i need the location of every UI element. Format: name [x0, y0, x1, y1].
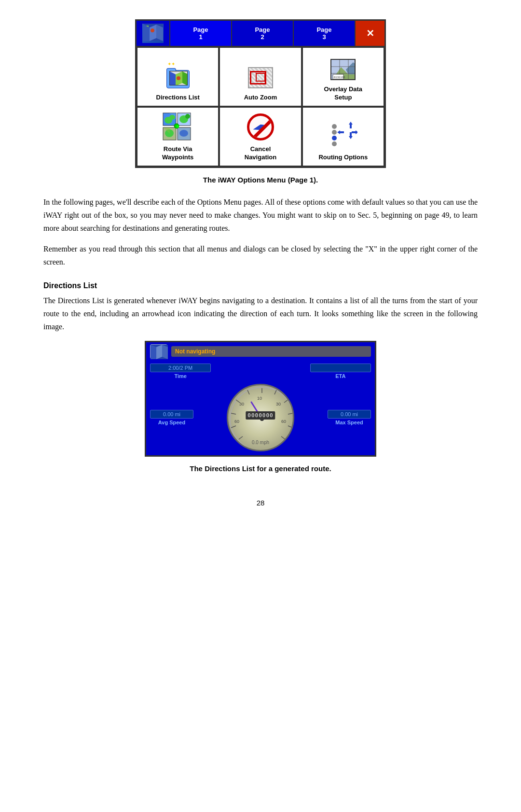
svg-point-34 [176, 125, 179, 128]
svg-marker-48 [151, 345, 156, 359]
auto-zoom-icon [245, 60, 276, 91]
menu-cell-overlay-data-setup[interactable]: 6131106 Overlay Data Setup [302, 47, 384, 107]
close-icon: ✕ [366, 28, 374, 39]
directions-top-bar: Not navigating [146, 342, 375, 361]
map-icon-svg [143, 24, 163, 41]
svg-marker-39 [349, 122, 353, 125]
body-paragraph-1: In the following pages, we'll describe e… [43, 196, 478, 235]
menu-cell-routing-options[interactable]: Routing Options [302, 107, 384, 167]
map-icon [142, 24, 164, 43]
menu-grid: ✦✦ Directions List Auto Zoom [137, 47, 384, 167]
svg-text:6131106: 6131106 [334, 76, 345, 79]
options-menu-image: Page 1 Page 2 Page 3 ✕ [135, 19, 386, 168]
svg-point-27 [185, 114, 190, 119]
avg-speed-value: 0.00 mi [150, 410, 193, 419]
svg-rect-40 [350, 125, 352, 128]
svg-line-60 [231, 413, 236, 414]
svg-marker-9 [182, 71, 188, 85]
svg-point-10 [177, 76, 180, 80]
tab-page-2-label: Page 2 [255, 26, 270, 41]
directions-list-label: Directions List [156, 94, 200, 102]
svg-point-36 [332, 130, 337, 135]
eta-box: ETA [310, 364, 371, 379]
tab-page-1[interactable]: Page 1 [170, 21, 232, 46]
svg-line-58 [247, 390, 249, 394]
menu-cell-directions-list[interactable]: ✦✦ Directions List [137, 47, 219, 107]
speedometer-row: 0.00 mi Avg Speed [146, 382, 375, 455]
svg-line-57 [281, 436, 285, 439]
svg-line-55 [288, 413, 293, 414]
avg-speed-label: Avg Speed [150, 420, 193, 425]
tab-page-3-label: Page 3 [316, 26, 331, 41]
tab-page-3[interactable]: Page 3 [294, 21, 356, 46]
svg-marker-49 [156, 345, 162, 359]
cancel-navigation-label: Cancel Navigation [245, 145, 276, 162]
directions-status-bar: Not navigating [171, 346, 371, 357]
max-speed-box: 0.00 mi Max Speed [328, 410, 371, 425]
svg-line-53 [274, 390, 276, 394]
svg-line-56 [288, 426, 293, 428]
svg-text:60: 60 [281, 419, 286, 424]
svg-point-38 [332, 141, 337, 146]
menu-cell-auto-zoom[interactable]: Auto Zoom [219, 47, 302, 107]
page-content: Page 1 Page 2 Page 3 ✕ [43, 19, 478, 507]
page-number: 28 [43, 499, 478, 507]
svg-text:60: 60 [234, 419, 239, 424]
max-speed-label: Max Speed [328, 420, 371, 425]
directions-list-icon: ✦✦ [163, 60, 193, 91]
menu-cell-cancel-navigation[interactable]: Cancel Navigation [219, 107, 302, 167]
svg-line-62 [239, 436, 243, 439]
eta-label: ETA [310, 373, 371, 379]
svg-text:30: 30 [276, 402, 281, 406]
directions-data-row: 2:00/2 PM Time ETA [146, 361, 375, 382]
svg-marker-45 [356, 130, 357, 134]
svg-rect-46 [352, 131, 356, 133]
menu-tabs-row: Page 1 Page 2 Page 3 ✕ [137, 21, 384, 47]
tab-page-2[interactable]: Page 2 [232, 21, 294, 46]
overlay-data-setup-icon: 6131106 [328, 52, 358, 83]
directions-logo [150, 344, 167, 359]
auto-zoom-label: Auto Zoom [244, 94, 277, 102]
svg-text:10: 10 [257, 396, 262, 401]
speedo-circle: 10 30 30 60 60 0000000 0.0 mph [227, 384, 294, 451]
svg-marker-7 [170, 71, 176, 85]
svg-marker-41 [349, 136, 353, 139]
overlay-data-setup-label: Overlay Data Setup [324, 85, 363, 102]
tab-map-icon[interactable] [137, 21, 170, 46]
time-box: 2:00/2 PM Time [150, 364, 211, 379]
svg-point-24 [169, 115, 175, 120]
speedometer: 10 30 30 60 60 0000000 0.0 mph [197, 384, 324, 451]
svg-line-54 [284, 400, 288, 403]
svg-point-37 [332, 136, 337, 140]
tab-page-1-label: Page 1 [193, 26, 208, 41]
cancel-navigation-icon [245, 112, 276, 142]
svg-point-35 [332, 124, 337, 129]
time-label: Time [150, 373, 211, 379]
directions-list-image: Not navigating 2:00/2 PM Time ETA 0.00 m… [145, 341, 376, 457]
svg-point-32 [179, 130, 188, 137]
directions-list-caption: The Directions List for a generated rout… [190, 464, 331, 473]
routing-options-label: Routing Options [318, 154, 368, 162]
svg-marker-2 [150, 25, 156, 41]
time-value: 2:00/2 PM [150, 364, 211, 372]
menu-caption: The iWAY Options Menu (Page 1). [203, 176, 318, 184]
mph-label: 0.0 mph [252, 440, 269, 445]
avg-speed-box: 0.00 mi Avg Speed [150, 410, 193, 425]
max-speed-value: 0.00 mi [328, 410, 371, 419]
eta-value [310, 364, 371, 372]
svg-marker-50 [162, 345, 168, 359]
svg-rect-44 [340, 131, 344, 133]
svg-marker-3 [156, 25, 163, 41]
tab-close[interactable]: ✕ [356, 21, 384, 46]
svg-rect-42 [350, 132, 352, 136]
odometer: 0000000 [246, 411, 275, 420]
routing-options-icon [328, 120, 358, 151]
route-via-waypoints-label: Route Via Waypoints [162, 145, 193, 162]
svg-text:30: 30 [239, 402, 244, 406]
menu-cell-route-via-waypoints[interactable]: Route Via Waypoints [137, 107, 219, 167]
body-paragraph-3: The Directions List is generated wheneve… [43, 294, 478, 334]
directions-status-text: Not navigating [175, 348, 215, 355]
body-paragraph-2: Remember as you read through this sectio… [43, 242, 478, 268]
route-via-waypoints-icon [163, 112, 193, 142]
svg-line-61 [231, 426, 236, 428]
